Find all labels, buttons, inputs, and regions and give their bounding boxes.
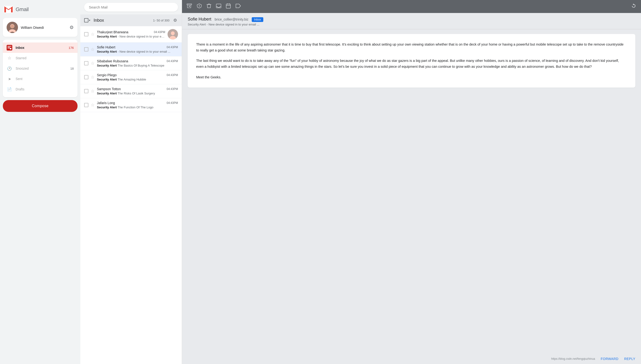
email-row[interactable]: ☆ Sergio Pliego 04:43PM Security Alert T…: [80, 70, 182, 84]
email-checkbox[interactable]: [84, 75, 88, 79]
compose-button[interactable]: Compose: [3, 100, 78, 112]
settings-icon[interactable]: ⚙: [70, 24, 74, 30]
email-sender: Jafaris Long: [97, 101, 115, 105]
email-time: 04:43PM: [167, 74, 178, 77]
email-time: 04:43PM: [167, 46, 178, 49]
star-button[interactable]: ☆: [91, 32, 95, 37]
email-time: 04:43PM: [167, 101, 178, 104]
archive-button[interactable]: [187, 4, 192, 10]
email-checkbox[interactable]: [84, 32, 88, 36]
star-button[interactable]: ☆: [91, 74, 95, 80]
star-icon: ☆: [7, 55, 12, 61]
footer-url: https://blog.csdn.net/fengqiuzhinua: [551, 357, 595, 360]
email-row[interactable]: ☆ Sampson Totton 04:43PM Security Alert …: [80, 84, 182, 98]
email-subject: Security Alert The Basics Of Buying A Te…: [97, 64, 178, 67]
email-time: 04:43PM: [167, 60, 178, 63]
forward-button[interactable]: FORWARD: [601, 357, 618, 361]
drafts-icon: 📄: [7, 86, 12, 92]
email-detail-header: Sofie Hubert brice_collier@trinity.biz I…: [182, 13, 641, 29]
email-checkbox[interactable]: [84, 61, 88, 66]
email-row[interactable]: ☆ Sibabalwe Rubusana 04:43PM Security Al…: [80, 56, 182, 70]
snoozed-label: Snoozed: [16, 66, 67, 70]
move-to-inbox-button[interactable]: [216, 4, 221, 10]
email-from-name: Sofie Hubert: [188, 17, 211, 22]
email-content: Sibabalwe Rubusana 04:43PM Security Aler…: [97, 59, 178, 67]
snoozed-badge: 18: [70, 67, 74, 70]
email-footer: https://blog.csdn.net/fengqiuzhinua FORW…: [182, 354, 641, 364]
sent-label: Sent: [16, 77, 74, 81]
email-sender: Sampson Totton: [97, 87, 121, 91]
email-action-toolbar: [182, 0, 641, 13]
account-card: William Diwedi ⚙: [3, 18, 78, 37]
search-bar-container: [80, 0, 182, 14]
select-all-checkbox[interactable]: [84, 18, 88, 22]
inbox-badge: 176: [69, 46, 74, 50]
star-button[interactable]: ☆: [91, 102, 95, 108]
email-time: 04:43PM: [167, 87, 178, 91]
gmail-logo-icon: [4, 6, 13, 13]
select-all-area[interactable]: ▾: [84, 18, 90, 22]
avatar: [7, 22, 18, 33]
svg-rect-10: [226, 4, 231, 8]
email-subject: Security Alert The Amazing Hubble: [97, 78, 178, 81]
refresh-button[interactable]: [631, 3, 636, 10]
star-button[interactable]: ☆: [91, 61, 95, 66]
inbox-toolbar-left: ▾ Inbox: [84, 18, 104, 23]
sidebar-item-drafts[interactable]: 📄 Drafts: [3, 84, 78, 94]
search-input[interactable]: [84, 3, 178, 12]
inbox-icon: [7, 45, 12, 50]
email-from-line: Sofie Hubert brice_collier@trinity.biz I…: [188, 17, 635, 22]
clock-icon: 🕐: [7, 66, 12, 71]
svg-point-6: [171, 32, 175, 35]
email-checkbox[interactable]: [84, 89, 88, 93]
starred-label: Starred: [16, 56, 74, 60]
inbox-settings-button[interactable]: ⚙: [172, 17, 178, 24]
star-button[interactable]: ☆: [91, 88, 95, 94]
email-sender: Sergio Pliego: [97, 73, 117, 77]
inbox-toolbar: ▾ Inbox 1- 50 of 300 ⚙: [80, 14, 182, 26]
email-body-paragraph-3: Meet the Geeks.: [196, 74, 627, 80]
email-row[interactable]: ☆ Sofie Hubert 04:43PM Security Alert - …: [80, 42, 182, 56]
star-button[interactable]: ☆: [91, 47, 95, 52]
email-content: Jafaris Long 04:43PM Security Alert The …: [97, 101, 178, 109]
email-sender: Sibabalwe Rubusana: [97, 59, 128, 63]
email-list: ☆ Thakurjeet Bharwana 04:43PM Security A…: [80, 26, 182, 364]
sidebar-item-starred[interactable]: ☆ Starred: [3, 53, 78, 63]
email-row[interactable]: ☆ Thakurjeet Bharwana 04:43PM Security A…: [80, 26, 182, 42]
sidebar-item-sent[interactable]: ➤ Sent: [3, 74, 78, 84]
inbox-toolbar-right: 1- 50 of 300 ⚙: [153, 17, 178, 24]
email-content: Thakurjeet Bharwana 04:43PM Security Ale…: [97, 30, 165, 38]
inbox-label: Inbox: [16, 46, 65, 50]
email-content: Sergio Pliego 04:43PM Security Alert The…: [97, 73, 178, 81]
email-subject: Security Alert - New device signed in to…: [97, 35, 165, 38]
sidebar-item-inbox[interactable]: Inbox 176: [3, 42, 78, 53]
email-body-card: There is a moment in the life of any asp…: [188, 34, 635, 88]
app-title: Gmail: [16, 6, 29, 12]
select-dropdown-button[interactable]: ▾: [89, 19, 90, 22]
email-body-paragraph-2: The last thing we would want to do is to…: [196, 58, 627, 70]
email-subject: Security Alert The Function Of The Logo: [97, 106, 178, 109]
sidebar-item-snoozed[interactable]: 🕐 Snoozed 18: [3, 63, 78, 74]
email-toolbar-left: [187, 3, 241, 10]
email-detail-panel: Sofie Hubert brice_collier@trinity.biz I…: [182, 0, 641, 364]
email-checkbox[interactable]: [84, 47, 88, 52]
email-time: 04:43PM: [154, 30, 165, 34]
drafts-label: Drafts: [16, 87, 74, 91]
email-avatar: [168, 29, 178, 40]
report-spam-button[interactable]: [197, 3, 202, 10]
sent-icon: ➤: [7, 76, 12, 82]
email-checkbox[interactable]: [84, 103, 88, 107]
email-content: Sampson Totton 04:43PM Security Alert Th…: [97, 87, 178, 95]
account-name: William Diwedi: [21, 26, 67, 30]
gmail-header: Gmail: [3, 4, 78, 15]
email-row[interactable]: ☆ Jafaris Long 04:43PM Security Alert Th…: [80, 98, 182, 112]
email-body-paragraph-1: There is a moment in the life of any asp…: [196, 42, 627, 53]
delete-button[interactable]: [206, 3, 211, 10]
snooze-button[interactable]: [226, 3, 231, 10]
reply-button[interactable]: REPLY: [624, 357, 635, 361]
email-subject: Security Alert The Risks Of Lasik Surger…: [97, 92, 178, 95]
label-button[interactable]: [236, 4, 241, 10]
inbox-title: Inbox: [94, 18, 104, 23]
email-sender: Sofie Hubert: [97, 45, 115, 49]
inbox-count: 1- 50 of 300: [153, 19, 169, 22]
